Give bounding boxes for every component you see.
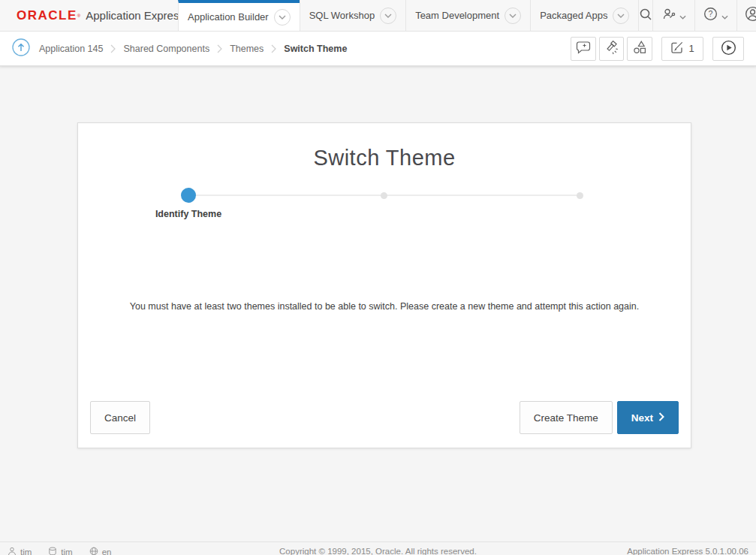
page-action-buttons: 1 <box>571 37 744 61</box>
page-title: Switch Theme <box>78 146 691 170</box>
user-icon <box>8 547 17 555</box>
svg-text:?: ? <box>709 9 713 18</box>
edit-page-button[interactable]: 1 <box>661 37 703 61</box>
go-up-button[interactable] <box>12 38 30 59</box>
chevron-down-icon[interactable] <box>380 8 396 24</box>
run-application-button[interactable] <box>712 37 744 61</box>
account-menu-button[interactable] <box>736 0 756 31</box>
edit-page-icon <box>670 41 684 56</box>
top-navigation-bar: ORACLE® Application Express Application … <box>0 0 756 32</box>
footer-language: en <box>89 547 112 555</box>
breadcrumb-bar: Application 145 Shared Components Themes… <box>0 32 756 66</box>
tab-sql-workshop[interactable]: SQL Workshop <box>300 0 405 31</box>
wizard-step-pending-dot <box>577 192 583 199</box>
spotlight-icon <box>604 41 619 57</box>
shared-components-button[interactable] <box>627 37 652 61</box>
wizard-step-current-dot <box>181 188 196 203</box>
breadcrumb-themes[interactable]: Themes <box>230 44 264 54</box>
run-icon <box>721 40 736 58</box>
wizard-step-pending-dot <box>381 192 387 199</box>
help-menu-button[interactable]: ? <box>694 0 736 31</box>
page-footer: tim tim en Copyright © 1999, 2015, Oracl… <box>0 541 756 555</box>
next-button-label: Next <box>631 412 653 424</box>
next-button[interactable]: Next <box>617 401 679 434</box>
wizard-progress: Identify Theme You must have at least tw… <box>78 188 691 236</box>
page-body: Switch Theme Identify Theme You must hav… <box>0 66 756 555</box>
footer-version: Application Express 5.0.1.00.06 <box>627 547 748 555</box>
tab-team-development[interactable]: Team Development <box>405 0 530 31</box>
chevron-down-icon[interactable] <box>274 9 291 26</box>
breadcrumb-separator-icon <box>217 44 222 53</box>
chevron-down-icon[interactable] <box>505 8 521 24</box>
footer-schema: tim <box>48 547 72 555</box>
administration-menu-button[interactable] <box>652 0 694 31</box>
tab-packaged-apps[interactable]: Packaged Apps <box>530 0 638 31</box>
feedback-icon <box>576 41 591 56</box>
create-theme-button[interactable]: Create Theme <box>520 401 613 434</box>
chevron-down-icon[interactable] <box>613 8 629 24</box>
footer-user-name: tim <box>20 547 32 555</box>
product-name: Application Express <box>86 9 185 22</box>
admin-icon <box>662 8 676 24</box>
breadcrumb-switch-theme: Switch Theme <box>284 44 347 54</box>
breadcrumb-application-145[interactable]: Application 145 <box>39 44 103 54</box>
chevron-down-icon <box>721 9 728 23</box>
footer-content: tim tim en Copyright © 1999, 2015, Oracl… <box>0 547 756 555</box>
account-icon <box>745 6 756 25</box>
spotlight-utilities-button[interactable] <box>599 37 624 61</box>
shared-components-icon <box>632 40 647 57</box>
tab-application-builder[interactable]: Application Builder <box>178 0 300 31</box>
tab-label: Team Development <box>415 10 499 21</box>
tab-label: Application Builder <box>188 11 269 23</box>
search-icon <box>639 8 652 24</box>
breadcrumb-separator-icon <box>110 44 116 53</box>
switch-theme-wizard-card: Switch Theme Identify Theme You must hav… <box>77 122 691 448</box>
registered-mark: ® <box>77 12 80 20</box>
wizard-step-label: Identify Theme <box>113 209 264 219</box>
oracle-brand-text: ORACLE <box>17 8 77 23</box>
chevron-right-icon <box>658 412 664 424</box>
oracle-logo: ORACLE® Application Express <box>0 0 178 31</box>
tab-label: SQL Workshop <box>309 10 375 21</box>
cancel-button[interactable]: Cancel <box>90 401 150 434</box>
search-button[interactable] <box>638 0 652 31</box>
database-icon <box>48 547 57 555</box>
chevron-down-icon <box>679 9 686 23</box>
help-icon: ? <box>703 7 718 24</box>
edit-page-number: 1 <box>688 43 694 54</box>
wizard-button-bar: Cancel Create Theme Next <box>90 401 679 434</box>
globe-icon <box>89 547 98 555</box>
footer-copyright: Copyright © 1999, 2015, Oracle. All righ… <box>279 547 477 555</box>
up-arrow-icon <box>12 38 30 59</box>
footer-language-code: en <box>102 547 112 555</box>
tab-label: Packaged Apps <box>540 10 607 21</box>
breadcrumb-separator-icon <box>271 44 276 53</box>
wizard-message: You must have at least two themes instal… <box>78 301 691 312</box>
footer-user: tim <box>8 547 32 555</box>
footer-schema-name: tim <box>61 547 72 555</box>
feedback-button[interactable] <box>571 37 596 61</box>
breadcrumb-shared-components[interactable]: Shared Components <box>123 44 209 54</box>
